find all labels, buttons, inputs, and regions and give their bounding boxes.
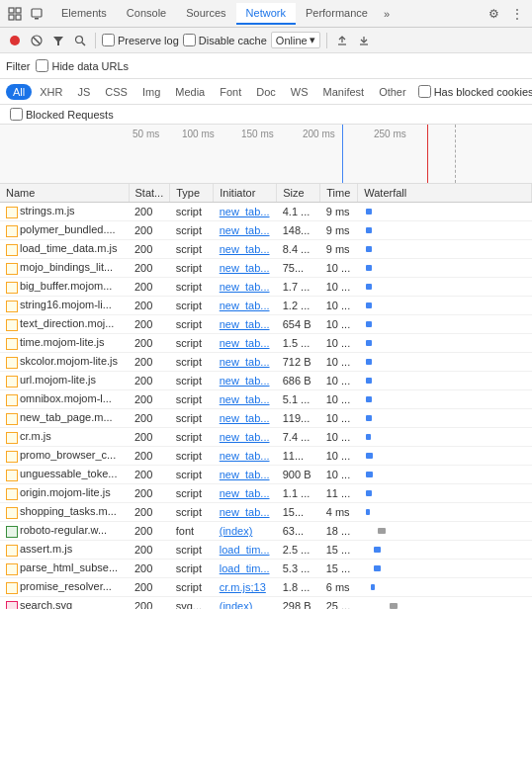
cell-initiator[interactable]: load_tim... (214, 541, 277, 560)
cell-initiator[interactable]: new_tab... (214, 503, 277, 522)
tab-sources[interactable]: Sources (176, 3, 235, 25)
type-btn-manifest[interactable]: Manifest (316, 84, 372, 100)
blocked-requests-checkbox[interactable]: Blocked Requests (10, 108, 114, 121)
table-row[interactable]: strings.m.js200scriptnew_tab...4.1 ...9 … (0, 203, 532, 221)
initiator-link[interactable]: new_tab... (220, 243, 270, 255)
cell-initiator[interactable]: (index) (214, 597, 277, 610)
initiator-link[interactable]: new_tab... (220, 469, 270, 480)
table-row[interactable]: time.mojom-lite.js200scriptnew_tab...1.5… (0, 334, 532, 353)
tab-network[interactable]: Network (236, 3, 296, 25)
table-row[interactable]: shopping_tasks.m...200scriptnew_tab...15… (0, 503, 532, 522)
hide-data-urls-checkbox[interactable]: Hide data URLs (36, 59, 129, 72)
tab-console[interactable]: Console (117, 3, 176, 25)
more-tabs-button[interactable]: » (378, 4, 396, 24)
table-row[interactable]: new_tab_page.m...200scriptnew_tab...119.… (0, 409, 532, 428)
initiator-link[interactable]: new_tab... (220, 281, 270, 293)
cell-initiator[interactable]: new_tab... (214, 372, 277, 390)
col-header-type[interactable]: Type (170, 184, 214, 203)
table-row[interactable]: big_buffer.mojom...200scriptnew_tab...1.… (0, 278, 532, 297)
cell-initiator[interactable]: new_tab... (214, 221, 277, 240)
initiator-link[interactable]: new_tab... (220, 393, 270, 405)
cell-initiator[interactable]: new_tab... (214, 466, 277, 484)
cell-initiator[interactable]: new_tab... (214, 484, 277, 503)
initiator-link[interactable]: (index) (220, 600, 253, 609)
table-row[interactable]: mojo_bindings_lit...200scriptnew_tab...7… (0, 259, 532, 278)
type-btn-xhr[interactable]: XHR (33, 84, 69, 100)
upload-icon[interactable] (333, 32, 351, 49)
more-options-icon[interactable]: ⋮ (506, 3, 528, 25)
col-header-waterfall[interactable]: Waterfall (358, 184, 532, 203)
cell-initiator[interactable]: new_tab... (214, 428, 277, 447)
table-row[interactable]: unguessable_toke...200scriptnew_tab...90… (0, 466, 532, 484)
cell-initiator[interactable]: new_tab... (214, 390, 277, 409)
table-row[interactable]: skcolor.mojom-lite.js200scriptnew_tab...… (0, 353, 532, 372)
initiator-link[interactable]: new_tab... (220, 224, 270, 236)
col-header-name[interactable]: Name (0, 184, 129, 203)
download-icon[interactable] (355, 32, 373, 49)
table-row[interactable]: omnibox.mojom-l...200scriptnew_tab...5.1… (0, 390, 532, 409)
type-btn-font[interactable]: Font (213, 84, 248, 100)
table-row[interactable]: roboto-regular.w...200font(index)63...18… (0, 522, 532, 541)
table-row[interactable]: promo_browser_c...200scriptnew_tab...11.… (0, 447, 532, 466)
initiator-link[interactable]: load_tim... (220, 544, 270, 556)
col-header-initiator[interactable]: Initiator (214, 184, 277, 203)
cell-initiator[interactable]: new_tab... (214, 334, 277, 353)
initiator-link[interactable]: new_tab... (220, 206, 270, 217)
initiator-link[interactable]: new_tab... (220, 487, 270, 499)
cell-initiator[interactable]: new_tab... (214, 297, 277, 315)
initiator-link[interactable]: new_tab... (220, 431, 270, 443)
table-row[interactable]: load_time_data.m.js200scriptnew_tab...8.… (0, 240, 532, 259)
network-table-scroll[interactable]: Name Stat... Type Initiator Size Time Wa… (0, 184, 532, 609)
table-row[interactable]: parse_html_subse...200scriptload_tim...5… (0, 560, 532, 578)
initiator-link[interactable]: new_tab... (220, 318, 270, 330)
initiator-link[interactable]: cr.m.js;13 (220, 581, 266, 593)
inspect-icon[interactable] (4, 3, 26, 25)
cell-initiator[interactable]: cr.m.js;13 (214, 578, 277, 597)
preserve-log-checkbox[interactable]: Preserve log (102, 34, 179, 46)
throttle-select[interactable]: Online ▾ (271, 32, 320, 48)
initiator-link[interactable]: new_tab... (220, 375, 270, 387)
table-row[interactable]: promise_resolver...200scriptcr.m.js;131.… (0, 578, 532, 597)
cell-initiator[interactable]: new_tab... (214, 203, 277, 221)
cell-initiator[interactable]: new_tab... (214, 315, 277, 334)
col-header-status[interactable]: Stat... (129, 184, 170, 203)
initiator-link[interactable]: load_tim... (220, 562, 270, 574)
cell-initiator[interactable]: new_tab... (214, 259, 277, 278)
initiator-link[interactable]: new_tab... (220, 337, 270, 349)
table-row[interactable]: assert.m.js200scriptload_tim...2.5 ...15… (0, 541, 532, 560)
type-btn-js[interactable]: JS (70, 84, 97, 100)
initiator-link[interactable]: (index) (220, 525, 253, 537)
cell-initiator[interactable]: (index) (214, 522, 277, 541)
type-btn-css[interactable]: CSS (98, 84, 134, 100)
table-row[interactable]: polymer_bundled....200scriptnew_tab...14… (0, 221, 532, 240)
table-row[interactable]: string16.mojom-li...200scriptnew_tab...1… (0, 297, 532, 315)
col-header-time[interactable]: Time (320, 184, 358, 203)
settings-icon[interactable]: ⚙ (483, 3, 504, 25)
initiator-link[interactable]: new_tab... (220, 262, 270, 274)
type-btn-media[interactable]: Media (168, 84, 212, 100)
initiator-link[interactable]: new_tab... (220, 412, 270, 424)
cell-initiator[interactable]: new_tab... (214, 353, 277, 372)
cell-initiator[interactable]: new_tab... (214, 447, 277, 466)
cell-initiator[interactable]: new_tab... (214, 278, 277, 297)
table-row[interactable]: url.mojom-lite.js200scriptnew_tab...686 … (0, 372, 532, 390)
search-icon[interactable] (71, 32, 89, 49)
cell-initiator[interactable]: new_tab... (214, 409, 277, 428)
filter-icon[interactable] (49, 32, 67, 49)
initiator-link[interactable]: new_tab... (220, 300, 270, 311)
type-btn-img[interactable]: Img (135, 84, 167, 100)
type-btn-other[interactable]: Other (372, 84, 413, 100)
tab-performance[interactable]: Performance (296, 3, 378, 25)
record-button[interactable] (6, 32, 24, 49)
initiator-link[interactable]: new_tab... (220, 450, 270, 462)
initiator-link[interactable]: new_tab... (220, 356, 270, 368)
table-row[interactable]: search.svg200svg...(index)298 B25 ... (0, 597, 532, 610)
type-btn-all[interactable]: All (6, 84, 32, 100)
table-row[interactable]: cr.m.js200scriptnew_tab...7.4 ...10 ... (0, 428, 532, 447)
cell-initiator[interactable]: load_tim... (214, 560, 277, 578)
has-blocked-cookies-checkbox[interactable]: Has blocked cookies (418, 85, 532, 98)
table-row[interactable]: origin.mojom-lite.js200scriptnew_tab...1… (0, 484, 532, 503)
type-btn-ws[interactable]: WS (284, 84, 315, 100)
disable-cache-checkbox[interactable]: Disable cache (183, 34, 267, 46)
cell-initiator[interactable]: new_tab... (214, 240, 277, 259)
